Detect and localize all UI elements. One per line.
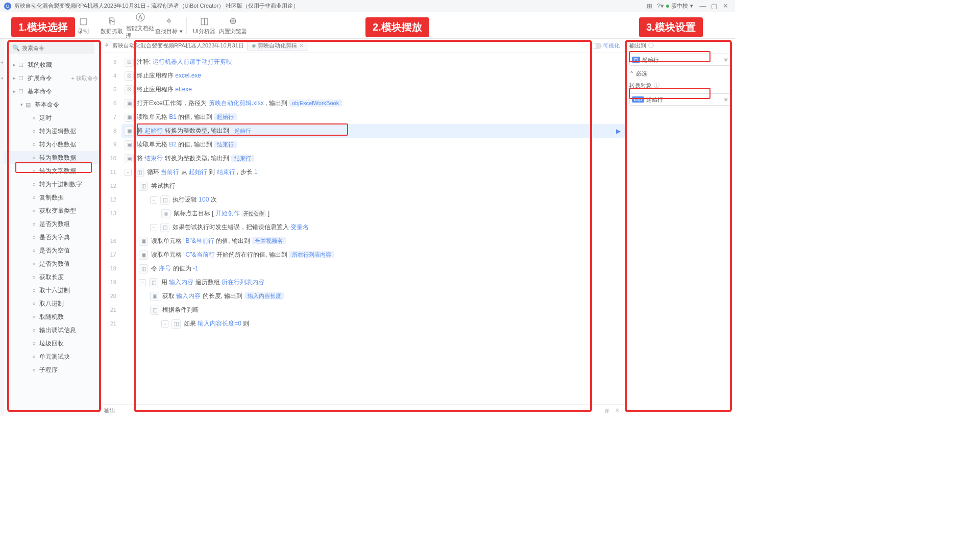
tree-item[interactable]: 转为逻辑数据 [4, 124, 99, 138]
toolbar-数据抓取[interactable]: ⎘数据抓取 [97, 13, 126, 38]
code-line[interactable]: −◫循环 当前行 从 起始行 到 结束行 , 步长 1 [121, 165, 625, 179]
tree-item[interactable]: 是否为字典 [4, 231, 99, 244]
line-content: 鼠标点击目标 [ 开始创作 开始创作 ] [174, 209, 270, 218]
chevron-down-icon[interactable]: ▾ [724, 57, 727, 63]
code-line[interactable]: ◫令 序号 的值为 -1 [121, 262, 625, 276]
trash-icon[interactable]: 🗑 [604, 408, 610, 414]
minimize-button[interactable]: — [697, 2, 708, 10]
help-icon[interactable]: ⓘ [654, 82, 659, 89]
required-section[interactable]: ⌃ 必选 [629, 70, 731, 78]
code-line[interactable]: ▣将 起始行 转换为整数类型, 输出到 起始行▶ [121, 124, 625, 138]
code-line[interactable]: −◫执行逻辑 100 次 [121, 193, 625, 207]
code-line[interactable]: ☒终止应用程序 et.exe [121, 83, 625, 96]
bullet-icon [33, 316, 35, 318]
code-line[interactable]: −◫如果 输入内容长度=0 则 [121, 317, 625, 331]
toolbar-UI分析器[interactable]: ◫UI分析器 [190, 13, 218, 38]
line-content: 终止应用程序 et.exe [137, 85, 192, 94]
tab-icon: ◈ [252, 42, 256, 49]
tree-item[interactable]: 获取变量类型 [4, 204, 99, 217]
prop-output-field[interactable]: ⊡ 起始行 ✕ ▾ [629, 54, 731, 66]
prop-convert-field[interactable]: Exp 起始行 ✕ ▾ [629, 93, 731, 106]
bullet-icon [33, 170, 35, 172]
tree-item[interactable]: 输出调试信息 [4, 323, 99, 337]
code-line[interactable]: ▣读取单元格 B2 的值, 输出到 结束行 [121, 138, 625, 152]
close-output-icon[interactable]: ✕ [615, 407, 620, 414]
toolbar-内置浏览器[interactable]: ⊕内置浏览器 [218, 13, 247, 38]
maximize-button[interactable]: ▢ [708, 2, 720, 10]
code-line[interactable]: ▣将 结束行 转换为整数类型, 输出到 结束行 [121, 152, 625, 165]
code-line[interactable]: ☒注释: 运行机器人前请手动打开剪映 [121, 55, 625, 69]
tree-item[interactable]: 复制数据 [4, 191, 99, 204]
code-line[interactable]: ▣读取单元格 "C"&当前行 开始的所在行的值, 输出到 所在行列表内容 [121, 248, 625, 262]
collapse-icon[interactable]: − [150, 196, 157, 204]
tree-item-label: 取八进制 [39, 299, 64, 308]
tree-item[interactable]: 取八进制 [4, 297, 99, 310]
line-type-icon: ▣ [139, 237, 148, 246]
rail-icon[interactable]: ◂ [1, 75, 3, 81]
tree-item[interactable]: 是否为数组 [4, 217, 99, 231]
code-line[interactable]: ◎鼠标点击目标 [ 开始创作 开始创作 ] [121, 207, 625, 220]
collapse-icon[interactable]: − [150, 224, 157, 231]
tree-item[interactable]: 转为十进制数字 [4, 178, 99, 191]
user-name: 廖中校 [671, 2, 688, 10]
tree-subheader[interactable]: ▾▤基本命令 [4, 98, 99, 111]
tree-item[interactable]: 是否为空值 [4, 244, 99, 257]
tree-item[interactable]: 转为整数数据 [4, 151, 99, 164]
grid-icon[interactable]: ⊞ [644, 2, 655, 10]
type-badge: ⊡ [632, 57, 640, 63]
code-line[interactable]: ▣获取 输入内容 的长度, 输出到 输入内容长度 [121, 289, 625, 303]
toolbar-智能文档处理[interactable]: Ⓐ智能文档处理 [126, 13, 155, 38]
run-line-icon[interactable]: ▶ [616, 128, 621, 135]
editor-tab[interactable]: ◈ 剪映自动化剪辑 ✕ [247, 40, 308, 51]
code-line[interactable]: −◫如果尝试执行时发生错误，把错误信息置入 变量名 [121, 220, 625, 234]
output-panel-header[interactable]: 输出 🗑 ✕ [99, 404, 625, 416]
crumb-project[interactable]: 剪映自动化混合裂变视频RPA机器人2023年10月31日 [112, 42, 244, 49]
code-line[interactable]: ◫尝试执行 [121, 179, 625, 193]
line-type-icon: ▣ [125, 99, 134, 108]
toolbar-查找目标 ▾[interactable]: ⌖查找目标 ▾ [155, 13, 183, 38]
visual-toggle[interactable]: 可视化 [591, 42, 620, 49]
user-chip[interactable]: 廖中校 ▾ [666, 2, 693, 10]
tree-item[interactable]: 取随机数 [4, 310, 99, 323]
get-command-link[interactable]: + 获取命令 [71, 74, 99, 82]
search-input[interactable] [22, 45, 92, 51]
tree-folder[interactable]: ▸☐扩展命令+ 获取命令 [4, 71, 99, 85]
code-line[interactable]: ▣打开Excel工作簿，路径为 剪映自动化剪辑.xlsx , 输出到 objEx… [121, 96, 625, 110]
bullet-icon [33, 263, 35, 265]
tree-item[interactable]: 垃圾回收 [4, 337, 99, 350]
help-icon[interactable]: ?▾ [655, 2, 666, 10]
flow-icon: ⚘ [104, 42, 109, 49]
tree-item[interactable]: 子程序 [4, 363, 99, 377]
rail-icon[interactable]: ◂ [1, 59, 3, 65]
toolbar-icon: Ⓐ [136, 11, 145, 23]
toolbar-label: 数据抓取 [101, 28, 123, 35]
collapse-icon[interactable]: − [139, 279, 146, 286]
search-box[interactable]: 🔍 [8, 42, 94, 54]
tree-item[interactable]: 取十六进制 [4, 284, 99, 297]
tree-item[interactable]: 单元测试块 [4, 350, 99, 363]
help-icon[interactable]: ⓘ [648, 42, 654, 49]
chevron-down-icon[interactable]: ▾ [724, 96, 727, 103]
line-type-icon: ◫ [139, 264, 148, 273]
tree-item-label: 获取长度 [39, 273, 64, 282]
prop-convert-value: 起始行 [646, 96, 722, 104]
code-line[interactable]: ▣读取单元格 B1 的值, 输出到 起始行 [121, 110, 625, 124]
code-line[interactable]: ▣读取单元格 "B"&当前行 的值, 输出到 合并视频名 [121, 234, 625, 248]
collapse-icon[interactable]: − [161, 320, 168, 328]
tree-item[interactable]: 获取长度 [4, 270, 99, 284]
tree-item[interactable]: 转为小数数据 [4, 138, 99, 151]
collapse-icon[interactable]: − [125, 169, 132, 176]
tree-folder[interactable]: ▸☐我的收藏 [4, 58, 99, 71]
code-line[interactable]: −◫用 输入内容 遍历数组 所在行列表内容 [121, 276, 625, 289]
tree-item[interactable]: 延时 [4, 111, 99, 124]
tree-folder[interactable]: ▸☐基本命令 [4, 85, 99, 98]
close-button[interactable]: ✕ [720, 2, 731, 10]
toolbar-录制[interactable]: ▢录制 [69, 13, 97, 38]
code-line[interactable]: ☒终止应用程序 excel.exe [121, 69, 625, 83]
toolbar-时间线 ▾[interactable]: ◷时间线 ▾ [34, 13, 62, 38]
tree-item[interactable]: 是否为数值 [4, 257, 99, 270]
toolbar-停止[interactable]: ◯停止 [5, 13, 34, 38]
code-line[interactable]: ◫根据条件判断 [121, 303, 625, 317]
close-tab-icon[interactable]: ✕ [299, 42, 304, 49]
tree-item[interactable]: 转为文字数据 [4, 164, 99, 178]
